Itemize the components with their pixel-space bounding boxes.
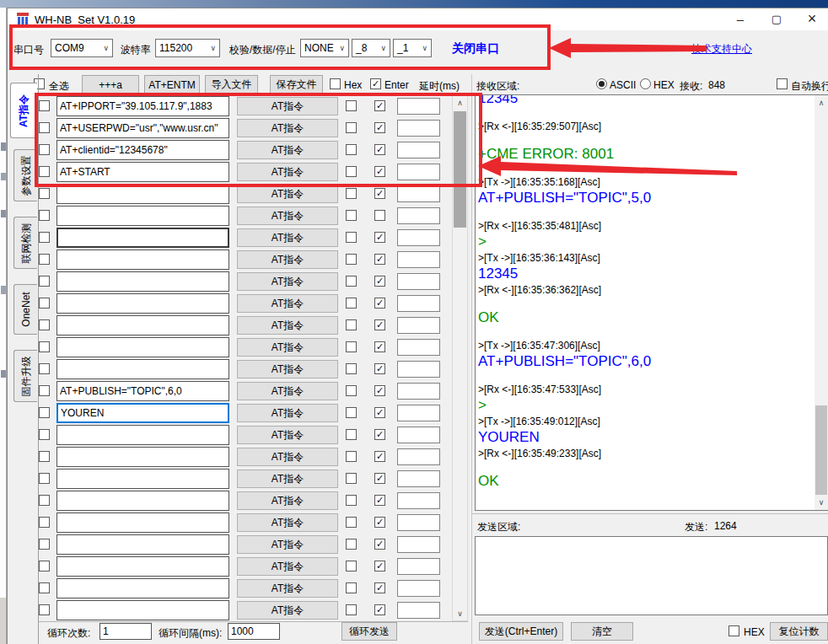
row-delay-input[interactable] — [397, 185, 440, 202]
panel-splitter[interactable] — [471, 74, 472, 644]
row-enter-checkbox[interactable]: ✓ — [374, 319, 385, 330]
command-input[interactable] — [56, 293, 229, 314]
row-select-checkbox[interactable] — [39, 604, 50, 615]
row-delay-input[interactable] — [397, 383, 440, 400]
row-select-checkbox[interactable] — [39, 561, 50, 572]
close-button[interactable]: × — [798, 8, 826, 29]
scrollbar-thumb[interactable] — [815, 405, 827, 495]
row-hex-checkbox[interactable] — [346, 385, 357, 396]
row-hex-checkbox[interactable] — [346, 517, 357, 528]
row-select-checkbox[interactable] — [39, 473, 50, 484]
databits-select[interactable]: _8 ∨ — [352, 39, 390, 57]
at-command-button[interactable]: AT指令 — [237, 185, 338, 203]
hex-mode-checkbox[interactable] — [330, 78, 341, 89]
row-delay-input[interactable] — [397, 251, 440, 268]
row-delay-input[interactable] — [397, 558, 440, 575]
row-delay-input[interactable] — [397, 361, 440, 378]
ascii-radio[interactable] — [596, 78, 607, 89]
command-input[interactable] — [56, 140, 229, 160]
clear-button[interactable]: 清空 — [571, 622, 633, 641]
row-enter-checkbox[interactable]: ✓ — [374, 451, 385, 462]
reset-counter-button[interactable]: 复位计数 — [770, 622, 828, 641]
row-hex-checkbox[interactable] — [346, 232, 357, 243]
tab-OneNet[interactable]: OneNet — [13, 284, 37, 335]
at-command-button[interactable]: AT指令 — [237, 535, 338, 554]
row-enter-checkbox[interactable]: ✓ — [374, 363, 385, 374]
row-select-checkbox[interactable] — [39, 166, 50, 177]
row-delay-input[interactable] — [397, 427, 440, 443]
row-enter-checkbox[interactable]: ✓ — [374, 385, 385, 396]
row-delay-input[interactable] — [397, 602, 440, 619]
row-select-checkbox[interactable] — [39, 407, 50, 418]
parity-select[interactable]: NONE ∨ — [300, 39, 349, 57]
row-select-checkbox[interactable] — [39, 539, 50, 550]
plus-a-button[interactable]: +++a — [82, 75, 139, 94]
at-entm-button[interactable]: AT+ENTM — [144, 75, 200, 94]
at-command-button[interactable]: AT指令 — [237, 579, 338, 598]
row-enter-checkbox[interactable]: ✓ — [374, 341, 385, 352]
loop-interval-input[interactable] — [228, 623, 280, 640]
row-hex-checkbox[interactable] — [346, 188, 357, 199]
hex-radio[interactable] — [640, 78, 651, 89]
row-select-checkbox[interactable] — [39, 517, 50, 528]
row-delay-input[interactable] — [397, 580, 440, 597]
row-enter-checkbox[interactable]: ✓ — [374, 166, 385, 177]
row-delay-input[interactable] — [397, 470, 440, 487]
row-enter-checkbox[interactable]: ✓ — [374, 495, 385, 506]
row-hex-checkbox[interactable] — [346, 604, 357, 615]
command-input[interactable] — [56, 381, 229, 401]
row-select-checkbox[interactable] — [39, 429, 50, 440]
row-delay-input[interactable] — [397, 98, 440, 115]
row-hex-checkbox[interactable] — [346, 144, 357, 155]
command-input[interactable] — [56, 337, 229, 357]
row-delay-input[interactable] — [397, 229, 440, 246]
receive-scrollbar[interactable]: ∧ ∨ — [815, 95, 828, 510]
row-select-checkbox[interactable] — [39, 254, 50, 265]
tab-参数设置[interactable]: 参数设置 — [13, 149, 37, 201]
command-input[interactable] — [56, 469, 229, 489]
row-enter-checkbox[interactable]: ✓ — [374, 429, 385, 440]
command-input[interactable] — [56, 513, 229, 533]
scroll-down-icon[interactable]: ∨ — [453, 609, 467, 618]
command-input[interactable] — [56, 162, 229, 182]
row-select-checkbox[interactable] — [39, 298, 50, 309]
command-list-scrollbar[interactable]: ∧ ∨ — [452, 95, 468, 621]
row-hex-checkbox[interactable] — [346, 254, 357, 265]
row-hex-checkbox[interactable] — [346, 122, 357, 133]
row-enter-checkbox[interactable]: ✓ — [374, 232, 385, 243]
baud-rate-select[interactable]: 115200 ∨ — [155, 39, 220, 57]
at-command-button[interactable]: AT指令 — [237, 250, 338, 269]
command-input[interactable] — [56, 271, 229, 292]
close-serial-button[interactable]: 关闭串口 — [452, 41, 499, 56]
row-enter-checkbox[interactable]: ✓ — [374, 517, 385, 528]
row-select-checkbox[interactable] — [39, 144, 50, 155]
tech-support-link[interactable]: 技术支持中心 — [691, 42, 752, 56]
command-input[interactable] — [56, 491, 229, 511]
minimize-button[interactable]: – — [726, 8, 755, 29]
command-input[interactable] — [56, 403, 229, 423]
at-command-button[interactable]: AT指令 — [237, 119, 338, 137]
at-command-button[interactable]: AT指令 — [237, 207, 338, 225]
row-enter-checkbox[interactable]: ✓ — [374, 582, 385, 593]
row-enter-checkbox[interactable]: ✓ — [374, 539, 385, 550]
at-command-button[interactable]: AT指令 — [237, 470, 338, 488]
row-hex-checkbox[interactable] — [346, 561, 357, 572]
command-input[interactable] — [56, 118, 229, 138]
row-hex-checkbox[interactable] — [346, 298, 357, 309]
row-hex-checkbox[interactable] — [346, 495, 357, 506]
row-select-checkbox[interactable] — [39, 122, 50, 133]
row-select-checkbox[interactable] — [39, 319, 50, 330]
row-delay-input[interactable] — [397, 514, 440, 531]
row-hex-checkbox[interactable] — [346, 166, 357, 177]
row-select-checkbox[interactable] — [39, 210, 50, 221]
at-command-button[interactable]: AT指令 — [237, 97, 338, 115]
row-select-checkbox[interactable] — [39, 385, 50, 396]
row-delay-input[interactable] — [397, 273, 440, 290]
row-delay-input[interactable] — [397, 405, 440, 421]
send-hex-checkbox[interactable] — [729, 625, 739, 636]
enter-mode-checkbox[interactable]: ✓ — [370, 78, 381, 89]
row-select-checkbox[interactable] — [39, 100, 50, 111]
row-delay-input[interactable] — [397, 317, 440, 334]
at-command-button[interactable]: AT指令 — [237, 426, 338, 444]
save-file-button[interactable]: 保存文件 — [270, 75, 323, 94]
